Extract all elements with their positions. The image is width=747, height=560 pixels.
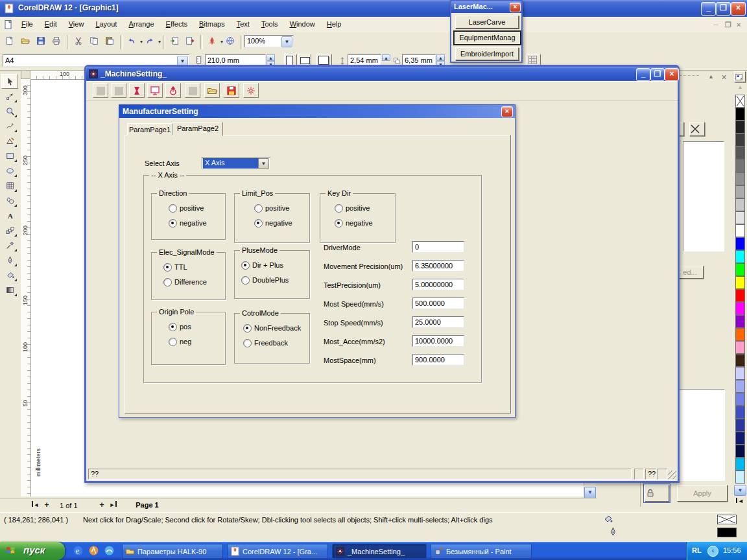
- messenger-icon[interactable]: [104, 545, 115, 557]
- engrave-icon[interactable]: [165, 83, 181, 98]
- color-swatch[interactable]: [735, 146, 745, 159]
- field-input-testprecision-um-[interactable]: 5.00000000: [412, 279, 464, 290]
- fill-tool[interactable]: [1, 268, 18, 283]
- minimize-button[interactable]: _: [636, 68, 650, 81]
- color-swatch[interactable]: [735, 185, 745, 198]
- undo-icon[interactable]: [124, 34, 140, 50]
- field-input-movement-precision-um-[interactable]: 6.35000000: [412, 260, 464, 272]
- task-button[interactable]: Параметры HALK-90: [122, 544, 223, 559]
- no-fill-icon[interactable]: [689, 122, 705, 136]
- outline-tool[interactable]: [1, 253, 18, 268]
- print-icon[interactable]: [49, 34, 65, 50]
- menu-edit[interactable]: Edit: [39, 17, 63, 30]
- zoom-tool[interactable]: [1, 104, 18, 119]
- no-color-swatch[interactable]: [735, 95, 745, 108]
- child-restore-icon[interactable]: ❐: [725, 21, 731, 29]
- radio-negative[interactable]: [335, 219, 343, 228]
- radio-negative[interactable]: [254, 219, 263, 228]
- palette-scroll-up-icon[interactable]: ▲: [735, 84, 745, 90]
- close-button[interactable]: ×: [731, 2, 746, 16]
- close-button[interactable]: ×: [665, 68, 679, 81]
- menu-text[interactable]: Text: [231, 17, 255, 30]
- blank-icon[interactable]: [93, 83, 108, 98]
- dialog-titlebar[interactable]: ManufacturerSetting ×: [119, 105, 515, 118]
- color-swatch[interactable]: [735, 108, 745, 121]
- maximize-button[interactable]: ❐: [650, 68, 665, 81]
- radio-positive[interactable]: [254, 204, 263, 213]
- color-swatch[interactable]: [735, 237, 745, 250]
- radio-positive[interactable]: [169, 204, 177, 213]
- document-icon[interactable]: [3, 19, 14, 30]
- ie-icon[interactable]: e: [73, 545, 84, 557]
- color-swatch[interactable]: [735, 276, 745, 289]
- menu-tools[interactable]: Tools: [255, 17, 284, 30]
- language-indicator[interactable]: RL: [692, 546, 702, 554]
- color-swatch[interactable]: [735, 458, 745, 471]
- color-swatch[interactable]: [735, 380, 745, 393]
- menu-effects[interactable]: Effects: [160, 17, 193, 30]
- palette-options-icon[interactable]: [734, 71, 746, 82]
- color-swatch[interactable]: [735, 445, 745, 458]
- wmp-icon[interactable]: [88, 545, 100, 557]
- online-icon[interactable]: [223, 34, 239, 50]
- cut-icon[interactable]: [71, 34, 87, 50]
- radio-neg[interactable]: [169, 338, 177, 346]
- menu-layout[interactable]: Layout: [89, 17, 123, 30]
- rectangle-tool[interactable]: [1, 148, 18, 163]
- color-swatch[interactable]: [735, 393, 745, 406]
- chevron-down-icon[interactable]: ▾: [158, 39, 161, 45]
- radio-negative[interactable]: [169, 219, 177, 228]
- savered-icon[interactable]: [224, 83, 239, 98]
- open-icon[interactable]: [18, 34, 34, 50]
- spool-icon[interactable]: [129, 83, 145, 98]
- tab-parampage1[interactable]: ParamPage1: [127, 123, 172, 135]
- child-minimize-icon[interactable]: ─: [713, 21, 718, 29]
- color-swatch[interactable]: [735, 224, 745, 237]
- chevron-down-icon[interactable]: ▼: [281, 36, 292, 47]
- color-swatch[interactable]: [735, 406, 745, 419]
- start-button[interactable]: пуск: [0, 542, 65, 560]
- color-swatch[interactable]: [735, 367, 745, 380]
- copy-icon[interactable]: [87, 34, 102, 50]
- lasermac-titlebar[interactable]: LaserMac... ×: [451, 1, 521, 13]
- export-icon[interactable]: [183, 34, 198, 50]
- text-tool[interactable]: A: [1, 208, 18, 223]
- lasercarve-button[interactable]: LaserCarve: [455, 16, 519, 29]
- redo-icon[interactable]: [143, 34, 158, 50]
- color-swatch[interactable]: [735, 354, 745, 367]
- laser-icon[interactable]: [243, 83, 259, 98]
- add-page-before-button[interactable]: +: [42, 500, 51, 510]
- save-icon[interactable]: [34, 34, 49, 50]
- menu-window[interactable]: Window: [284, 17, 321, 30]
- tab-parampage2[interactable]: ParamPage2: [172, 122, 223, 136]
- radio-nonfreedback[interactable]: [243, 324, 252, 332]
- palette-scroll-down-icon[interactable]: ▼: [734, 485, 746, 496]
- color-swatch[interactable]: [735, 432, 745, 445]
- scroll-down-icon[interactable]: ▼: [584, 487, 596, 498]
- apply-button[interactable]: Apply: [677, 485, 728, 502]
- color-swatch[interactable]: [735, 172, 745, 185]
- color-swatch[interactable]: [735, 198, 745, 211]
- radio-dir-plus[interactable]: [241, 261, 250, 270]
- zoom-combo[interactable]: 100% ▼: [244, 35, 294, 47]
- child-close-icon[interactable]: ×: [737, 21, 741, 29]
- radio-difference[interactable]: [163, 278, 172, 286]
- smartdraw-tool[interactable]: [1, 134, 18, 148]
- color-swatch[interactable]: [735, 419, 745, 432]
- palette-expand-icon[interactable]: ◄: [736, 498, 744, 504]
- field-input-stop-speed-mm-s-[interactable]: 25.0000: [412, 316, 464, 328]
- task-button[interactable]: CorelDRAW 12 - [Gra...: [227, 544, 328, 559]
- lock-button[interactable]: [645, 485, 669, 502]
- blank-icon[interactable]: [111, 83, 126, 98]
- field-input-drivermode[interactable]: 0: [412, 241, 464, 253]
- embroiderimport-button[interactable]: EmbroiderImport: [455, 47, 519, 60]
- menu-view[interactable]: View: [63, 17, 90, 30]
- field-input-most-speed-mm-s-[interactable]: 500.0000: [412, 298, 464, 309]
- blend-tool[interactable]: [1, 223, 18, 238]
- color-swatch[interactable]: [735, 289, 745, 302]
- ruler-origin[interactable]: [21, 70, 30, 79]
- paste-icon[interactable]: [102, 34, 118, 50]
- color-swatch[interactable]: [735, 121, 745, 134]
- menu-file[interactable]: File: [16, 17, 39, 30]
- eyedropper-tool[interactable]: [1, 238, 18, 253]
